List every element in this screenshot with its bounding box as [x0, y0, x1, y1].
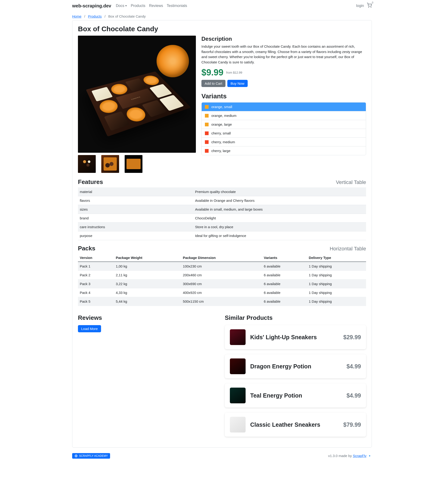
- footer-text: v1.3.0 made by ScrapFly 🔹: [328, 454, 372, 458]
- cherry-swatch-icon: [205, 149, 209, 153]
- nav-products[interactable]: Products: [131, 4, 145, 8]
- product-old-price: from $12.99: [226, 71, 242, 74]
- nav-docs[interactable]: Docs: [116, 4, 127, 8]
- page-title: Box of Chocolate Candy: [78, 25, 366, 33]
- academy-badge[interactable]: SCRAPFLY ACADEMY: [72, 453, 110, 459]
- packs-hint: Horizontal Table: [330, 246, 366, 252]
- description-heading: Description: [201, 36, 366, 42]
- cherry-swatch-icon: [205, 131, 209, 135]
- packs-heading: Packs: [78, 245, 95, 252]
- similar-price: $4.99: [346, 392, 361, 399]
- similar-product-card[interactable]: Kids' Light-Up Sneakers$29.99: [225, 325, 366, 349]
- product-thumb-3[interactable]: [125, 155, 142, 173]
- product-description: Indulge your sweet tooth with our Box of…: [201, 44, 366, 65]
- product-thumb-2[interactable]: [101, 155, 119, 173]
- similar-product-card[interactable]: Dragon Energy Potion$4.99: [225, 354, 366, 378]
- features-table: materialPremium quality chocolateflavors…: [78, 187, 366, 240]
- variant-cherry-medium[interactable]: cherry, medium: [202, 138, 366, 146]
- cart-icon[interactable]: 0: [367, 3, 372, 9]
- orange-swatch-icon: [205, 114, 209, 118]
- product-main-image: CANDIES: [78, 36, 196, 153]
- similar-price: $29.99: [343, 334, 361, 341]
- features-hint: Vertical Table: [336, 179, 366, 185]
- breadcrumb-current: Box of Chocolate Candy: [108, 14, 146, 18]
- similar-thumb: [230, 388, 246, 403]
- breadcrumb-products[interactable]: Products: [88, 14, 102, 18]
- product-thumb-1[interactable]: [78, 155, 96, 173]
- similar-title: Classic Leather Sneakers: [250, 421, 339, 428]
- table-row: care instructionsStore in a cool, dry pl…: [78, 223, 366, 231]
- load-more-button[interactable]: Load More: [78, 325, 101, 332]
- table-row: materialPremium quality chocolate: [78, 187, 366, 196]
- cart-count: 0: [372, 1, 373, 4]
- similar-heading: Similar Products: [225, 314, 366, 322]
- orange-swatch-icon: [205, 105, 209, 109]
- similar-thumb: [230, 359, 246, 374]
- variant-cherry-small[interactable]: cherry, small: [202, 129, 366, 138]
- similar-title: Dragon Energy Potion: [250, 363, 342, 370]
- variant-orange-medium[interactable]: orange, medium: [202, 111, 366, 120]
- table-row: sizesAvailable in small, medium, and lar…: [78, 205, 366, 214]
- breadcrumb: Home / Products / Box of Chocolate Candy: [72, 12, 372, 20]
- nav-testimonials[interactable]: Testimonials: [167, 4, 187, 8]
- variant-label: cherry, medium: [211, 140, 235, 144]
- login-link[interactable]: login: [356, 4, 364, 8]
- variant-cherry-large[interactable]: cherry, large: [202, 146, 366, 155]
- features-heading: Features: [78, 179, 103, 186]
- add-to-cart-button[interactable]: Add to Cart: [201, 80, 225, 87]
- cherry-swatch-icon: [205, 140, 209, 144]
- svg-point-0: [368, 7, 369, 7]
- reviews-heading: Reviews: [78, 314, 219, 322]
- table-row: Pack 44,33 kg400x920 cm6 available1 Day …: [78, 288, 366, 297]
- table-row: Pack 55,44 kg500x1150 cm6 available1 Day…: [78, 297, 366, 306]
- variant-label: cherry, small: [211, 131, 231, 135]
- similar-thumb: [230, 329, 246, 345]
- similar-price: $79.99: [343, 421, 361, 428]
- similar-thumb: [230, 417, 246, 432]
- variant-orange-large[interactable]: orange, large: [202, 120, 366, 129]
- table-row: purposeIdeal for gifting or self-indulge…: [78, 231, 366, 240]
- svg-point-1: [371, 7, 371, 7]
- variant-label: orange, small: [211, 105, 232, 109]
- footer-link[interactable]: ScrapFly: [353, 454, 367, 458]
- variant-label: orange, large: [211, 122, 232, 126]
- packs-table: VersionPackage WeightPackage DimensionVa…: [78, 254, 366, 306]
- similar-title: Teal Energy Potion: [250, 392, 342, 399]
- table-row: brandChocoDelight: [78, 214, 366, 223]
- similar-product-card[interactable]: Teal Energy Potion$4.99: [225, 383, 366, 408]
- product-price: $9.99: [201, 68, 223, 77]
- similar-product-card[interactable]: Classic Leather Sneakers$79.99: [225, 413, 366, 437]
- table-row: Pack 22,11 kg200x460 cm6 available1 Day …: [78, 271, 366, 280]
- buy-now-button[interactable]: Buy Now: [227, 80, 248, 87]
- orange-swatch-icon: [205, 123, 209, 126]
- breadcrumb-home[interactable]: Home: [72, 14, 81, 18]
- site-brand[interactable]: web-scraping.dev: [72, 3, 111, 9]
- variant-label: orange, medium: [211, 114, 236, 118]
- similar-title: Kids' Light-Up Sneakers: [250, 334, 339, 341]
- similar-price: $4.99: [346, 363, 361, 370]
- table-row: flavorsAvailable in Orange and Cherry fl…: [78, 196, 366, 205]
- nav-reviews[interactable]: Reviews: [149, 4, 163, 8]
- variants-heading: Variants: [201, 92, 366, 100]
- academy-label: SCRAPFLY ACADEMY: [79, 454, 108, 457]
- table-row: Pack 33,22 kg300x690 cm6 available1 Day …: [78, 280, 366, 288]
- variant-label: cherry, large: [211, 149, 230, 153]
- variant-orange-small[interactable]: orange, small: [202, 103, 366, 111]
- table-row: Pack 11,00 kg100x230 cm6 available1 Day …: [78, 262, 366, 271]
